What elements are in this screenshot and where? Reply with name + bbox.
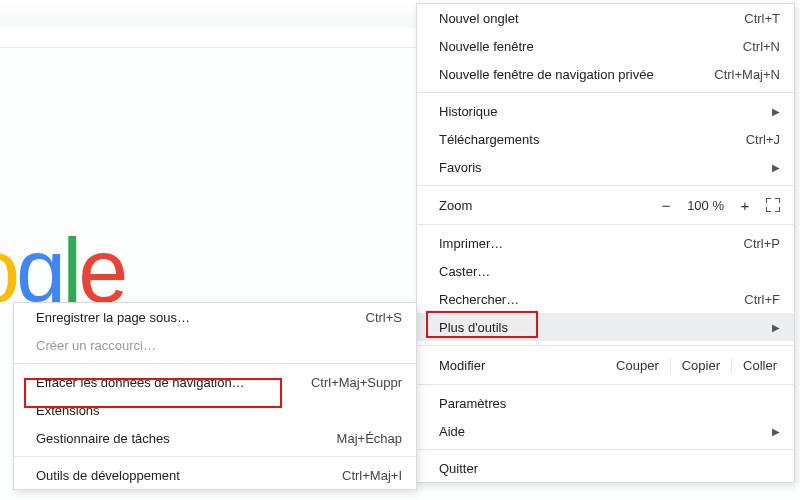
menu-zoom: Zoom − 100 % + [417, 190, 794, 220]
zoom-in-button[interactable]: + [738, 197, 752, 214]
menu-separator [417, 449, 794, 450]
chrome-main-menu: Nouvel onglet Ctrl+T Nouvelle fenêtre Ct… [416, 3, 795, 483]
tab-strip-fragment [0, 0, 418, 29]
zoom-out-button[interactable]: − [659, 197, 673, 214]
chevron-right-icon: ▶ [772, 162, 780, 173]
menu-separator [417, 384, 794, 385]
zoom-value: 100 % [687, 198, 724, 213]
menu-separator [14, 363, 416, 364]
fullscreen-icon[interactable] [766, 198, 780, 212]
menu-bookmarks[interactable]: Favoris ▶ [417, 153, 794, 181]
submenu-extensions[interactable]: Extensions [14, 396, 416, 424]
menu-new-tab[interactable]: Nouvel onglet Ctrl+T [417, 4, 794, 32]
menu-separator [417, 92, 794, 93]
submenu-create-shortcut: Créer un raccourci… [14, 331, 416, 359]
menu-separator [417, 185, 794, 186]
toolbar-fragment [0, 28, 418, 48]
menu-separator [417, 224, 794, 225]
edit-cut-button[interactable]: Couper [605, 358, 670, 373]
more-tools-submenu: Enregistrer la page sous… Ctrl+S Créer u… [13, 302, 417, 490]
menu-find[interactable]: Rechercher… Ctrl+F [417, 285, 794, 313]
submenu-clear-browsing-data[interactable]: Effacer les données de navigation… Ctrl+… [14, 368, 416, 396]
menu-cast[interactable]: Caster… [417, 257, 794, 285]
chevron-right-icon: ▶ [772, 106, 780, 117]
menu-incognito[interactable]: Nouvelle fenêtre de navigation privée Ct… [417, 60, 794, 88]
submenu-dev-tools[interactable]: Outils de développement Ctrl+Maj+I [14, 461, 416, 489]
menu-help[interactable]: Aide ▶ [417, 417, 794, 445]
menu-print[interactable]: Imprimer… Ctrl+P [417, 229, 794, 257]
menu-more-tools[interactable]: Plus d'outils ▶ [417, 313, 794, 341]
menu-quit[interactable]: Quitter [417, 454, 794, 482]
menu-history[interactable]: Historique ▶ [417, 97, 794, 125]
menu-shortcut: Ctrl+T [744, 11, 780, 26]
submenu-task-manager[interactable]: Gestionnaire de tâches Maj+Échap [14, 424, 416, 452]
chevron-right-icon: ▶ [772, 426, 780, 437]
menu-settings[interactable]: Paramètres [417, 389, 794, 417]
submenu-save-page[interactable]: Enregistrer la page sous… Ctrl+S [14, 303, 416, 331]
menu-separator [417, 345, 794, 346]
menu-new-window[interactable]: Nouvelle fenêtre Ctrl+N [417, 32, 794, 60]
menu-edit: Modifier Couper Copier Coller [417, 350, 794, 380]
edit-paste-button[interactable]: Coller [731, 358, 788, 373]
menu-label: Nouvel onglet [439, 11, 744, 26]
chevron-right-icon: ▶ [772, 322, 780, 333]
menu-downloads[interactable]: Téléchargements Ctrl+J [417, 125, 794, 153]
edit-copy-button[interactable]: Copier [670, 358, 731, 373]
menu-separator [14, 456, 416, 457]
